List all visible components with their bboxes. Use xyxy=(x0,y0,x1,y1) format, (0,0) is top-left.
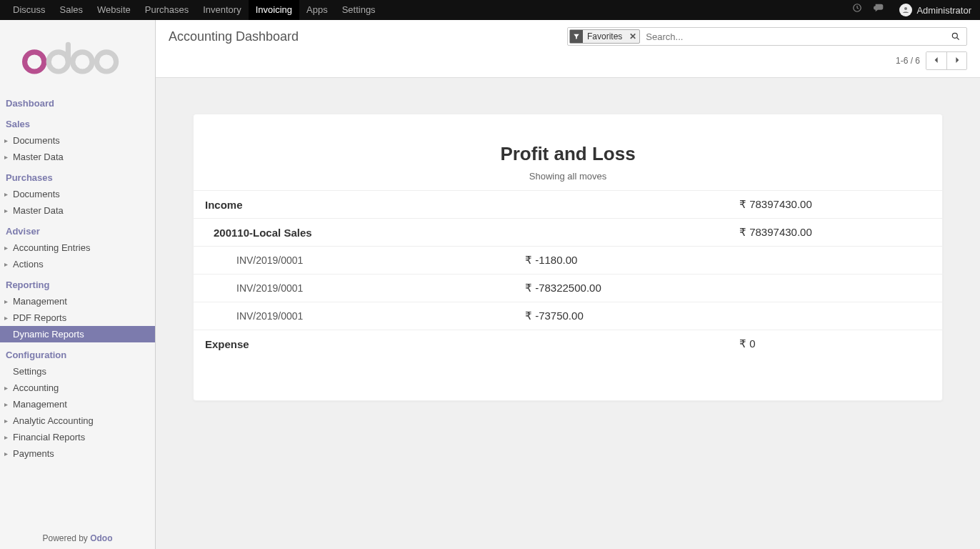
sidebar-header-sales[interactable]: Sales xyxy=(0,116,155,132)
row-label: INV/2019/0001 xyxy=(194,247,514,274)
sidebar-item-pdf-reports[interactable]: PDF Reports xyxy=(0,310,155,326)
filter-icon xyxy=(570,30,583,43)
sidebar-item-management[interactable]: Management xyxy=(0,396,155,412)
row-amount-mid: ₹ -73750.00 xyxy=(514,302,728,330)
row-amount-mid xyxy=(514,219,728,247)
user-menu[interactable]: Administrator xyxy=(891,4,980,16)
page-title: Accounting Dashboard xyxy=(169,29,299,44)
sidebar-item-settings[interactable]: Settings xyxy=(0,363,155,380)
sidebar-item-dynamic-reports[interactable]: Dynamic Reports xyxy=(0,326,155,342)
svg-point-3 xyxy=(49,52,68,71)
row-label: INV/2019/0001 xyxy=(194,274,514,302)
sidebar-header-purchases[interactable]: Purchases xyxy=(0,169,155,186)
sidebar-item-payments[interactable]: Payments xyxy=(0,445,155,462)
sidebar-item-management[interactable]: Management xyxy=(0,293,155,310)
facet-remove-icon[interactable]: ✕ xyxy=(626,31,639,41)
top-nav: DiscussSalesWebsitePurchasesInventoryInv… xyxy=(0,0,980,20)
sidebar-item-master-data[interactable]: Master Data xyxy=(0,202,155,219)
report-row: INV/2019/0001₹ -73750.00 xyxy=(194,302,942,330)
messaging-icon[interactable] xyxy=(868,0,891,20)
avatar-icon xyxy=(899,4,912,16)
svg-point-2 xyxy=(24,52,44,71)
sidebar: DashboardSalesDocumentsMaster DataPurcha… xyxy=(0,20,156,549)
row-amount-mid: ₹ -78322500.00 xyxy=(514,274,728,302)
row-amount-right xyxy=(728,302,942,330)
svg-point-4 xyxy=(72,52,91,71)
nav-website[interactable]: Website xyxy=(90,0,138,20)
row-amount-mid xyxy=(514,330,728,358)
sidebar-header-reporting[interactable]: Reporting xyxy=(0,277,155,293)
search-bar[interactable]: Favorites ✕ xyxy=(567,27,967,46)
row-amount-mid xyxy=(514,191,728,219)
nav-purchases[interactable]: Purchases xyxy=(138,0,196,20)
report-row: 200110-Local Sales₹ 78397430.00 xyxy=(194,219,942,247)
nav-sales[interactable]: Sales xyxy=(53,0,91,20)
row-amount-right: ₹ 78397430.00 xyxy=(728,191,942,219)
pager-text: 1-6 / 6 xyxy=(896,56,920,66)
row-amount-right: ₹ 78397430.00 xyxy=(728,219,942,247)
row-label: INV/2019/0001 xyxy=(194,302,514,330)
sidebar-item-analytic-accounting[interactable]: Analytic Accounting xyxy=(0,412,155,429)
row-amount-mid: ₹ -1180.00 xyxy=(514,247,728,274)
search-facet-favorites: Favorites ✕ xyxy=(569,29,640,44)
search-icon[interactable] xyxy=(945,31,966,41)
svg-point-6 xyxy=(952,33,957,38)
sidebar-footer: Powered by Odoo xyxy=(0,528,155,549)
pager-next-button[interactable] xyxy=(946,52,966,69)
nav-settings[interactable]: Settings xyxy=(335,0,383,20)
report-row: Income₹ 78397430.00 xyxy=(194,191,942,219)
sidebar-item-documents[interactable]: Documents xyxy=(0,132,155,149)
report-row: Expense₹ 0 xyxy=(194,330,942,358)
sidebar-item-financial-reports[interactable]: Financial Reports xyxy=(0,429,155,445)
pager-prev-button[interactable] xyxy=(926,52,946,69)
report-row: INV/2019/0001₹ -78322500.00 xyxy=(194,274,942,302)
nav-inventory[interactable]: Inventory xyxy=(196,0,248,20)
brand-logo xyxy=(0,20,155,92)
pager xyxy=(926,51,967,70)
svg-point-1 xyxy=(904,7,907,10)
svg-point-5 xyxy=(96,52,116,71)
sidebar-header-dashboard[interactable]: Dashboard xyxy=(0,95,155,112)
sidebar-header-adviser[interactable]: Adviser xyxy=(0,223,155,239)
report-subtitle: Showing all moves xyxy=(194,171,942,182)
row-label: 200110-Local Sales xyxy=(194,219,514,247)
sidebar-item-accounting-entries[interactable]: Accounting Entries xyxy=(0,239,155,256)
footer-prefix: Powered by xyxy=(42,533,90,543)
row-amount-right: ₹ 0 xyxy=(728,330,942,358)
nav-apps[interactable]: Apps xyxy=(299,0,335,20)
nav-invoicing[interactable]: Invoicing xyxy=(249,0,299,20)
sidebar-item-actions[interactable]: Actions xyxy=(0,256,155,272)
row-amount-right xyxy=(728,274,942,302)
main-area: Accounting Dashboard Favorites ✕ xyxy=(156,20,980,549)
sidebar-item-accounting[interactable]: Accounting xyxy=(0,380,155,396)
report-card: Profit and Loss Showing all moves Income… xyxy=(193,114,943,401)
row-label: Income xyxy=(194,191,514,219)
search-input[interactable] xyxy=(641,31,945,42)
row-amount-right xyxy=(728,247,942,274)
control-panel: Accounting Dashboard Favorites ✕ xyxy=(156,20,980,78)
facet-label: Favorites xyxy=(583,31,626,41)
user-name: Administrator xyxy=(916,5,971,16)
nav-discuss[interactable]: Discuss xyxy=(6,0,53,20)
activities-icon[interactable] xyxy=(846,0,868,20)
sidebar-header-configuration[interactable]: Configuration xyxy=(0,347,155,363)
report-row: INV/2019/0001₹ -1180.00 xyxy=(194,247,942,274)
sidebar-item-master-data[interactable]: Master Data xyxy=(0,149,155,165)
report-title: Profit and Loss xyxy=(194,143,942,165)
row-label: Expense xyxy=(194,330,514,358)
footer-brand-link[interactable]: Odoo xyxy=(90,533,112,543)
sidebar-item-documents[interactable]: Documents xyxy=(0,186,155,202)
